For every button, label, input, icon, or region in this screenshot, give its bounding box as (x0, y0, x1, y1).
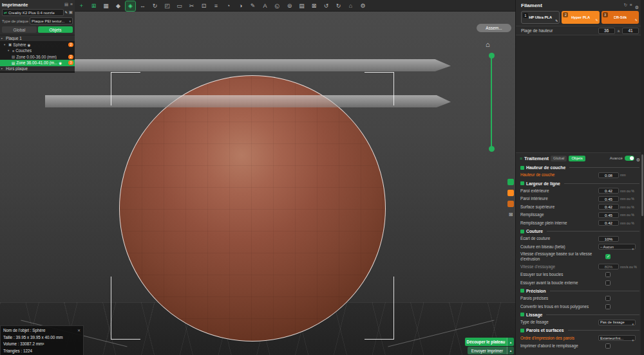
redo-icon[interactable]: ↻ (334, 1, 343, 11)
param-checkbox[interactable] (605, 254, 611, 259)
param-checkbox[interactable] (605, 296, 611, 301)
slider-handle-top[interactable] (489, 53, 495, 59)
auto-orient-icon[interactable]: ◆ (113, 1, 123, 11)
tab-objects[interactable]: Objets (38, 26, 73, 33)
tree-row-off-plate[interactable]: ▸ Hors plaque (0, 66, 75, 73)
support-paint-icon[interactable]: ◔ (223, 1, 233, 11)
move-icon[interactable]: ↔ (138, 1, 147, 11)
rotate-icon[interactable]: ↻ (150, 1, 160, 11)
param-input[interactable]: 0.45 (598, 212, 619, 218)
param-input[interactable]: 0.08 (598, 172, 619, 178)
layers-icon[interactable]: ≡ (211, 1, 221, 11)
tab-layers-grid-icon[interactable]: ⊞ (507, 212, 514, 218)
tree-row-zone1[interactable]: ▤ Zone 0.00-36.00 (mm) 2 (0, 54, 75, 60)
slice-plate-button[interactable]: Découper le plateau ▴ (465, 338, 514, 346)
variable-layer-height-icon[interactable]: ◈ (126, 1, 135, 11)
param-input[interactable]: 0.42 (598, 188, 619, 194)
advanced-toggle[interactable] (625, 156, 634, 161)
plate-type-select[interactable]: Plaque PEI textur... (30, 17, 73, 24)
section-header-ironing[interactable]: Lissage (520, 311, 639, 318)
param-input[interactable]: 10% (598, 236, 619, 242)
lay-flat-icon[interactable]: ▭ (175, 1, 184, 11)
param-input[interactable]: 80% (598, 264, 619, 269)
tab-process-icon[interactable] (507, 179, 514, 185)
process-settings-icon[interactable] (636, 152, 640, 164)
home-view-icon[interactable]: ⌂ (346, 1, 355, 11)
filament-slot-2[interactable]: 2 Hyper PLA (562, 11, 599, 24)
param-input[interactable]: 0.42 (598, 204, 619, 210)
tab-filament-icon[interactable] (507, 190, 514, 196)
process-tab-global[interactable]: Global (551, 156, 567, 161)
send-print-button[interactable]: Envoyer imprimer ▴ (468, 347, 514, 354)
measure-icon[interactable]: ◵ (272, 1, 282, 11)
visibility-eye-icon[interactable] (28, 42, 31, 47)
section-header-seam[interactable]: Couture (520, 228, 639, 235)
undo-icon[interactable]: ↺ (321, 1, 331, 11)
scale-icon[interactable]: ◰ (162, 1, 172, 11)
send-options-arrow-icon[interactable]: ▴ (507, 347, 514, 354)
section-header-layer-height[interactable]: Hauteur de couche (520, 164, 639, 171)
process-title: Traitement (524, 156, 549, 161)
add-model-icon[interactable]: + (77, 1, 86, 11)
filament-list-icon[interactable]: ≡ (630, 3, 632, 8)
visibility-eye-icon[interactable] (59, 60, 62, 65)
settings-icon[interactable]: ⚙ (358, 1, 368, 11)
slice-options-arrow-icon[interactable]: ▴ (507, 338, 514, 346)
filament-edit-icon[interactable] (555, 13, 558, 24)
param-select[interactable]: Pas de lissage (598, 320, 636, 325)
expand-arrow-icon[interactable]: ▸ (1, 37, 5, 40)
tree-row-object[interactable]: ▾ ▣ Sphère 2 (0, 42, 75, 48)
height-range-slider[interactable] (491, 55, 492, 149)
cut-icon[interactable]: ✂ (187, 1, 196, 11)
process-tab-objects[interactable]: Objets (569, 156, 585, 161)
printer-connect-icon[interactable]: ▤ (64, 3, 68, 7)
assembly-icon[interactable]: ⊚ (285, 1, 294, 11)
tab-object-icon[interactable] (507, 201, 514, 207)
filament-slot-3[interactable]: 3 CR-Silk (601, 11, 639, 24)
color-paint-icon[interactable]: ✎ (248, 1, 258, 11)
sphere-model[interactable] (119, 75, 386, 341)
param-checkbox[interactable] (605, 272, 611, 277)
printer-settings-icon[interactable]: ▣ (69, 10, 73, 15)
param-select[interactable]: Extérieur/Int... (598, 335, 636, 341)
filament-sync-icon[interactable]: ↻ (623, 3, 627, 8)
printer-select[interactable]: ⇄ Creality K2 Plus 0.4 nozzle (2, 9, 64, 16)
filament-edit-icon[interactable] (595, 12, 598, 24)
param-input[interactable]: 0.42 (598, 220, 619, 226)
height-range-from-input[interactable]: 36 (598, 28, 615, 34)
slider-handle-bottom[interactable] (489, 146, 495, 152)
section-header-walls-surfaces[interactable]: Parois et surfaces (520, 327, 639, 334)
tree-row-zone2-selected[interactable]: ▤ Zone 36.00-41.00 (m... 3 (0, 60, 75, 66)
param-unit: mm (619, 173, 639, 177)
param-checkbox[interactable] (605, 343, 611, 349)
height-range-to-input[interactable]: 41 (622, 28, 639, 34)
tab-global[interactable]: Global (2, 26, 37, 33)
assemble-view-button[interactable]: Assem... (477, 24, 511, 32)
scrollbar-thumb[interactable] (641, 154, 643, 216)
param-select[interactable]: – Aucun (598, 244, 636, 250)
tree-row-plate[interactable]: ▸ Plaque 1 (0, 35, 75, 42)
filament-slot-1[interactable]: 1 HP Ultra PLA (521, 11, 560, 24)
collapse-arrow-icon[interactable]: ▾ (4, 43, 7, 46)
clone-icon[interactable]: ⊡ (199, 1, 209, 11)
text-tool-icon[interactable]: A (260, 1, 270, 11)
param-checkbox[interactable] (605, 304, 611, 309)
object-table-icon[interactable]: ▤ (297, 1, 307, 11)
tree-row-layers[interactable]: ▾ ≡ Couches (0, 48, 75, 54)
printer-edit-icon[interactable] (65, 10, 68, 15)
arrange-icon[interactable]: ▦ (101, 1, 111, 11)
home-view-icon[interactable]: ⌂ (486, 41, 490, 48)
param-input[interactable]: 0.45 (598, 196, 619, 202)
delete-icon[interactable]: ⊠ (309, 1, 319, 11)
seam-paint-icon[interactable]: ◑ (236, 1, 245, 11)
section-header-precision[interactable]: Précision (520, 287, 639, 295)
viewport-3d[interactable]: Assem... ⌂ (0, 12, 515, 355)
filament-edit-icon[interactable] (635, 12, 638, 24)
param-checkbox[interactable] (605, 280, 611, 286)
printer-menu-icon[interactable]: ≡ (70, 3, 73, 7)
expand-arrow-icon[interactable]: ▸ (1, 67, 5, 70)
collapse-arrow-icon[interactable]: ▾ (8, 49, 11, 52)
section-header-line-width[interactable]: Largeur de ligne (520, 180, 639, 187)
close-icon[interactable] (77, 327, 80, 334)
add-plate-icon[interactable]: ⊞ (89, 1, 99, 11)
